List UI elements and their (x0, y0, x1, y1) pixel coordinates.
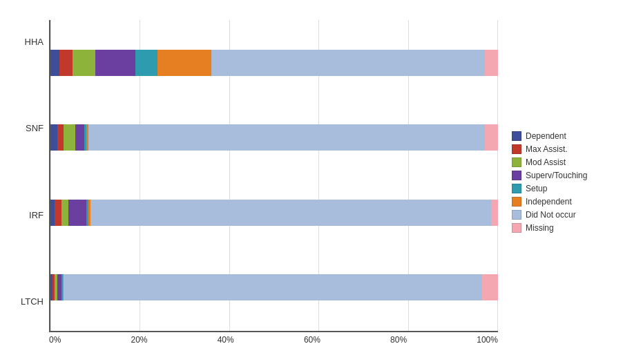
legend-label-independent: Independent (526, 197, 572, 207)
legend-item-independent: Independent (512, 197, 608, 207)
irf-mod-assist (61, 200, 68, 226)
legend-item-dependent: Dependent (512, 131, 608, 141)
legend: Dependent Max Assist. Mod Assist Superv/… (498, 20, 608, 345)
snf-superv (75, 124, 84, 151)
x-label-0: 0% (49, 335, 61, 345)
legend-label-mod-assist: Mod Assist (526, 157, 566, 167)
irf-did-not-occur (90, 200, 491, 226)
snf-dependent (50, 124, 57, 151)
legend-swatch-independent (512, 197, 521, 207)
y-label-ltch: LTCH (21, 296, 44, 307)
legend-label-did-not-occur: Did Not occur (526, 210, 576, 220)
snf-missing (485, 124, 498, 151)
bar-row-irf (50, 196, 498, 229)
bars-wrapper (50, 20, 498, 331)
irf-max-assist (55, 200, 61, 226)
y-label-hha: HHA (25, 37, 44, 47)
bar-track-irf (50, 200, 498, 226)
x-label-40: 40% (218, 335, 234, 345)
chart-main: 0% 20% 40% 60% 80% 100% (49, 20, 498, 345)
chart-area: HHA SNF IRF LTCH (15, 20, 608, 345)
legend-swatch-dependent (512, 131, 521, 141)
bar-row-hha (50, 46, 498, 79)
legend-label-dependent: Dependent (526, 131, 566, 141)
legend-swatch-max-assist (512, 144, 521, 154)
hha-missing (485, 50, 498, 76)
ltch-missing (482, 274, 498, 300)
hha-did-not-occur (211, 50, 484, 76)
legend-label-missing: Missing (526, 223, 554, 233)
snf-max-assist (57, 124, 64, 151)
x-axis: 0% 20% 40% 60% 80% 100% (49, 332, 498, 345)
hha-independent (157, 50, 211, 76)
irf-superv (68, 200, 86, 226)
legend-swatch-mod-assist (512, 157, 521, 167)
x-label-20: 20% (131, 335, 148, 345)
legend-item-superv: Superv/Touching (512, 171, 608, 180)
x-label-100: 100% (477, 335, 498, 345)
hha-superv (95, 50, 135, 76)
hha-setup (135, 50, 157, 76)
legend-swatch-missing (512, 223, 521, 233)
x-label-60: 60% (304, 335, 320, 345)
bar-track-hha (50, 50, 498, 76)
legend-label-setup: Setup (526, 184, 547, 193)
hha-max-assist (59, 50, 73, 76)
y-label-irf: IRF (29, 210, 44, 220)
bar-track-snf (50, 124, 498, 151)
legend-swatch-did-not-occur (512, 210, 521, 220)
y-label-snf: SNF (26, 123, 44, 133)
bar-row-ltch (50, 271, 498, 304)
legend-label-superv: Superv/Touching (526, 171, 587, 180)
legend-item-setup: Setup (512, 184, 608, 193)
legend-item-did-not-occur: Did Not occur (512, 210, 608, 220)
x-label-80: 80% (390, 335, 407, 345)
legend-item-mod-assist: Mod Assist (512, 157, 608, 167)
bars-area (49, 20, 498, 332)
hha-dependent (50, 50, 59, 76)
legend-item-missing: Missing (512, 223, 608, 233)
irf-missing (491, 200, 498, 226)
hha-mod-assist (73, 50, 95, 76)
bar-track-ltch (50, 274, 498, 300)
legend-swatch-setup (512, 184, 521, 193)
snf-mod-assist (64, 124, 75, 151)
ltch-did-not-occur (64, 274, 482, 300)
y-axis: HHA SNF IRF LTCH (15, 20, 49, 345)
snf-did-not-occur (88, 124, 484, 151)
legend-label-max-assist: Max Assist. (526, 144, 568, 154)
chart-container: HHA SNF IRF LTCH (15, 13, 608, 352)
legend-item-max-assist: Max Assist. (512, 144, 608, 154)
bar-row-snf (50, 121, 498, 154)
legend-swatch-superv (512, 171, 521, 180)
